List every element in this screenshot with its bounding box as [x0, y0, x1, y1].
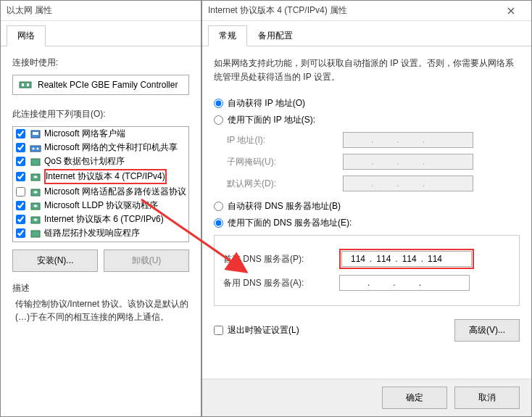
client-icon — [30, 129, 41, 139]
dns-primary-label: 首选 DNS 服务器(P): — [223, 253, 339, 265]
description-group: 描述 传输控制协议/Internet 协议。该协议是默认的(…)于在不同的相互连… — [12, 282, 189, 323]
ip-manual-radio-row[interactable]: 使用下面的 IP 地址(S): — [214, 114, 520, 126]
items-list[interactable]: Microsoft 网络客户端Microsoft 网络的文件和打印机共享QoS … — [12, 126, 189, 242]
proto-icon — [30, 187, 41, 197]
title: 以太网 属性 — [7, 4, 52, 17]
ip-manual-radio[interactable] — [214, 115, 223, 125]
cancel-button[interactable]: 取消 — [454, 387, 520, 409]
item-label: Internet 协议版本 6 (TCP/IPv6) — [44, 213, 164, 226]
share-icon — [30, 143, 41, 153]
item-checkbox[interactable] — [16, 228, 25, 238]
dns-alt-label: 备用 DNS 服务器(A): — [223, 277, 339, 289]
svg-rect-2 — [27, 83, 29, 86]
validate-checkbox-row[interactable]: 退出时验证设置(L) — [214, 324, 299, 337]
dns-auto-radio-row[interactable]: 自动获得 DNS 服务器地址(B) — [214, 200, 520, 212]
item-checkbox[interactable] — [16, 143, 25, 152]
item-checkbox[interactable] — [16, 215, 25, 224]
title: Internet 协议版本 4 (TCP/IPv4) 属性 — [208, 4, 347, 17]
titlebar: Internet 协议版本 4 (TCP/IPv4) 属性 — [202, 1, 531, 21]
dns-p-seg4[interactable] — [423, 254, 446, 264]
close-button[interactable] — [496, 2, 525, 20]
item-label: Microsoft 网络客户端 — [44, 128, 125, 140]
item-label: QoS 数据包计划程序 — [44, 155, 125, 168]
list-item[interactable]: QoS 数据包计划程序 — [13, 154, 188, 168]
item-label: Internet 协议版本 4 (TCP/IPv4) — [44, 169, 167, 184]
tab-network[interactable]: 网络 — [7, 25, 46, 46]
proto-icon — [30, 215, 41, 225]
list-item[interactable]: Internet 协议版本 6 (TCP/IPv6) — [13, 212, 188, 226]
dns-auto-label: 自动获得 DNS 服务器地址(B) — [228, 200, 341, 212]
dns-primary-highlight: . . . — [339, 249, 474, 269]
gateway-label: 默认网关(D): — [227, 178, 343, 190]
ip-address-input: ... — [343, 132, 473, 148]
adapter-name: Realtek PCIe GBE Family Controller — [38, 80, 178, 90]
ip-auto-radio-row[interactable]: 自动获得 IP 地址(O) — [214, 97, 520, 110]
dns-primary-input[interactable]: . . . — [341, 251, 472, 267]
ip-auto-radio[interactable] — [214, 99, 223, 108]
svg-rect-13 — [31, 231, 40, 237]
advanced-button[interactable]: 高级(V)... — [454, 319, 520, 342]
network-adapter-icon — [19, 80, 32, 90]
item-label: Microsoft 网络适配器多路传送器协议 — [44, 186, 186, 198]
dns-p-seg3[interactable] — [398, 254, 421, 264]
button-row: 安装(N)... 卸载(U) — [12, 249, 189, 272]
list-item[interactable]: Microsoft LLDP 协议驱动程序 — [13, 199, 188, 212]
tabs: 网络 — [1, 21, 201, 46]
items-label: 此连接使用下列项目(O): — [12, 108, 189, 120]
item-checkbox[interactable] — [16, 129, 25, 139]
connect-using-label: 连接时使用: — [12, 57, 189, 69]
svg-point-7 — [37, 147, 39, 149]
dns-alt-input[interactable]: ... — [339, 275, 470, 291]
validate-checkbox[interactable] — [214, 326, 223, 335]
dns-auto-radio[interactable] — [214, 202, 223, 211]
svg-rect-4 — [33, 132, 38, 135]
install-button[interactable]: 安装(N)... — [12, 249, 98, 272]
list-item[interactable]: Microsoft 网络适配器多路传送器协议 — [13, 185, 188, 199]
dns-manual-radio-row[interactable]: 使用下面的 DNS 服务器地址(E): — [214, 217, 520, 229]
dns-p-seg1[interactable] — [346, 254, 370, 264]
ok-button[interactable]: 确定 — [382, 387, 447, 409]
content: 如果网络支持此功能，则可以获取自动指派的 IP 设置。否则，你需要从网络系统管理… — [202, 46, 531, 385]
dns-manual-radio[interactable] — [214, 218, 223, 228]
titlebar: 以太网 属性 — [1, 1, 201, 21]
ip-address-label: IP 地址(I): — [227, 134, 343, 146]
content: 连接时使用: Realtek PCIe GBE Family Controlle… — [1, 46, 201, 334]
list-item[interactable]: Internet 协议版本 4 (TCP/IPv4) — [13, 168, 188, 185]
list-item[interactable]: 链路层拓扑发现响应程序 — [13, 226, 188, 240]
lltd-icon — [30, 228, 41, 239]
item-checkbox[interactable] — [16, 201, 25, 210]
ipv4-properties-window: Internet 协议版本 4 (TCP/IPv4) 属性 常规 备用配置 如果… — [201, 0, 532, 417]
validate-label: 退出时验证设置(L) — [228, 324, 299, 337]
item-label: Microsoft LLDP 协议驱动程序 — [44, 199, 158, 212]
list-item[interactable]: Microsoft 网络客户端 — [13, 127, 188, 141]
svg-rect-5 — [30, 146, 41, 152]
info-text: 如果网络支持此功能，则可以获取自动指派的 IP 设置。否则，你需要从网络系统管理… — [214, 57, 520, 84]
item-label: 链路层拓扑发现响应程序 — [44, 227, 140, 239]
tab-alt-config[interactable]: 备用配置 — [247, 25, 304, 46]
adapter-box[interactable]: Realtek PCIe GBE Family Controller — [12, 75, 189, 95]
uninstall-button: 卸载(U) — [104, 249, 189, 272]
dns-manual-label: 使用下面的 DNS 服务器地址(E): — [228, 217, 352, 229]
subnet-input: ... — [343, 154, 473, 170]
ip-manual-label: 使用下面的 IP 地址(S): — [228, 114, 315, 126]
svg-rect-1 — [22, 83, 24, 86]
dns-p-seg2[interactable] — [372, 254, 395, 264]
list-item[interactable]: Microsoft 网络的文件和打印机共享 — [13, 141, 188, 154]
ip-auto-label: 自动获得 IP 地址(O) — [228, 97, 305, 110]
qos-icon — [30, 157, 41, 167]
item-checkbox[interactable] — [16, 157, 25, 166]
item-checkbox[interactable] — [16, 187, 25, 197]
subnet-label: 子网掩码(U): — [227, 156, 343, 168]
ip-fields: IP 地址(I):... 子网掩码(U):... 默认网关(D):... — [227, 132, 520, 191]
svg-rect-0 — [20, 82, 31, 88]
close-icon — [507, 7, 515, 15]
ethernet-properties-window: 以太网 属性 网络 连接时使用: Realtek PCIe GBE Family… — [0, 0, 201, 417]
item-label: Microsoft 网络的文件和打印机共享 — [44, 141, 178, 154]
dns-section: 首选 DNS 服务器(P): . . . 备用 DNS 服务器(A): ... — [214, 235, 520, 306]
item-checkbox[interactable] — [16, 172, 25, 181]
description-title: 描述 — [12, 282, 189, 294]
tab-general[interactable]: 常规 — [208, 25, 247, 46]
svg-rect-8 — [31, 159, 40, 165]
description-text: 传输控制协议/Internet 协议。该协议是默认的(…)于在不同的相互连接的网… — [12, 297, 189, 323]
proto-icon — [30, 201, 41, 211]
